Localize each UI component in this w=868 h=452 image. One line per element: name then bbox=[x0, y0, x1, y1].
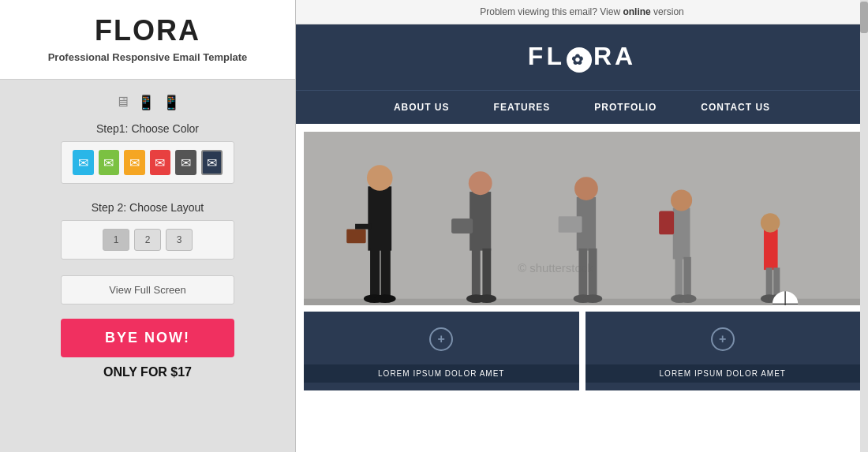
email-nav: ABOUT US FEATURES PROTFOLIO CONTACT US bbox=[296, 90, 868, 124]
title-area: FLORA Professional Responsive Email Temp… bbox=[0, 0, 295, 80]
email-preview: Problem viewing this email? View online … bbox=[296, 0, 868, 452]
svg-rect-27 bbox=[683, 257, 690, 300]
scrollbar-thumb[interactable] bbox=[860, 2, 868, 33]
envelope-icon-green: ✉ bbox=[103, 155, 114, 170]
card-2-plus-icon: + bbox=[711, 327, 735, 351]
layout-btn-3[interactable]: 3 bbox=[166, 229, 193, 251]
card-2: + LOREM IPSUM DOLOR AMET bbox=[586, 312, 861, 390]
svg-rect-2 bbox=[368, 186, 391, 250]
svg-point-7 bbox=[374, 294, 395, 303]
svg-text:© shutterstock: © shutterstock bbox=[518, 262, 593, 275]
svg-rect-23 bbox=[559, 216, 582, 232]
nav-item-portfolio[interactable]: PROTFOLIO bbox=[572, 91, 679, 124]
card-1-text: LOREM IPSUM DOLOR AMET bbox=[304, 364, 579, 383]
left-panel: FLORA Professional Responsive Email Temp… bbox=[0, 0, 296, 452]
nav-item-contact[interactable]: CONTACT US bbox=[679, 91, 792, 124]
product-subtitle: Professional Responsive Email Template bbox=[16, 50, 279, 65]
svg-point-29 bbox=[679, 294, 697, 303]
svg-point-32 bbox=[761, 213, 780, 232]
step1-label: Step1: Choose Color bbox=[96, 122, 199, 135]
email-logo: FL✿RA bbox=[296, 42, 868, 73]
nav-item-about[interactable]: ABOUT US bbox=[372, 91, 472, 124]
topbar-link[interactable]: online bbox=[623, 6, 650, 17]
cards-row: + LOREM IPSUM DOLOR AMET + LOREM IPSUM D… bbox=[304, 312, 860, 390]
layout-btn-2[interactable]: 2 bbox=[134, 229, 161, 251]
svg-rect-4 bbox=[370, 248, 380, 299]
email-header: FL✿RA bbox=[296, 24, 868, 90]
svg-rect-24 bbox=[673, 207, 690, 259]
device-icons: 🖥 📱 📱 bbox=[115, 94, 180, 111]
svg-rect-16 bbox=[451, 219, 473, 233]
svg-rect-5 bbox=[381, 248, 391, 299]
layout-btn-1[interactable]: 1 bbox=[103, 229, 129, 251]
card-2-text: LOREM IPSUM DOLOR AMET bbox=[586, 364, 861, 383]
svg-rect-26 bbox=[675, 257, 682, 300]
svg-point-25 bbox=[671, 189, 692, 211]
swatch-green[interactable]: ✉ bbox=[99, 150, 120, 175]
svg-rect-31 bbox=[764, 230, 778, 271]
tablet-icon: 📱 bbox=[137, 94, 155, 111]
hero-image: © shutterstock bbox=[304, 132, 860, 305]
svg-point-15 bbox=[477, 294, 496, 303]
svg-rect-9 bbox=[355, 224, 371, 230]
svg-point-3 bbox=[367, 165, 393, 191]
email-body: © shutterstock + LOREM IPSUM DOLOR AMET … bbox=[296, 124, 868, 452]
svg-point-22 bbox=[583, 294, 602, 303]
product-title: FLORA bbox=[16, 14, 279, 47]
desktop-icon: 🖥 bbox=[115, 94, 129, 111]
card-1: + LOREM IPSUM DOLOR AMET bbox=[304, 312, 579, 390]
view-fullscreen-button[interactable]: View Full Screen bbox=[61, 275, 234, 304]
step2-label: Step 2: Choose Layout bbox=[92, 201, 204, 214]
topbar-text-after: version bbox=[651, 6, 684, 17]
envelope-icon-blue: ✉ bbox=[78, 155, 88, 170]
layout-buttons-container: 1 2 3 bbox=[61, 220, 234, 260]
envelope-icon-red: ✉ bbox=[155, 155, 165, 170]
swatch-navy[interactable]: ✉ bbox=[201, 150, 223, 175]
topbar-text: Problem viewing this email? View bbox=[480, 6, 623, 17]
email-topbar: Problem viewing this email? View online … bbox=[296, 0, 868, 24]
swatch-blue[interactable]: ✉ bbox=[73, 150, 94, 175]
card-1-plus-icon: + bbox=[429, 327, 453, 351]
price-label: ONLY FOR $17 bbox=[103, 365, 192, 379]
color-swatches-container: ✉ ✉ ✉ ✉ ✉ ✉ bbox=[61, 141, 234, 184]
logo-flower-icon: ✿ bbox=[567, 47, 592, 73]
svg-point-18 bbox=[574, 177, 598, 200]
svg-rect-8 bbox=[346, 230, 365, 244]
nav-item-features[interactable]: FEATURES bbox=[472, 91, 573, 124]
scrollbar[interactable] bbox=[860, 0, 868, 452]
mobile-icon: 📱 bbox=[163, 94, 180, 111]
svg-rect-13 bbox=[482, 248, 491, 299]
envelope-icon-navy: ✉ bbox=[207, 155, 217, 170]
swatch-dark[interactable]: ✉ bbox=[175, 150, 196, 175]
right-panel: Problem viewing this email? View online … bbox=[296, 0, 868, 452]
envelope-icon-dark: ✉ bbox=[181, 155, 191, 170]
buy-button[interactable]: BYE NOW! bbox=[61, 319, 234, 357]
svg-rect-30 bbox=[659, 211, 674, 235]
envelope-icon-orange: ✉ bbox=[129, 155, 140, 170]
swatch-orange[interactable]: ✉ bbox=[124, 150, 145, 175]
swatch-red[interactable]: ✉ bbox=[150, 150, 171, 175]
svg-point-11 bbox=[469, 171, 492, 195]
svg-rect-12 bbox=[472, 248, 481, 299]
